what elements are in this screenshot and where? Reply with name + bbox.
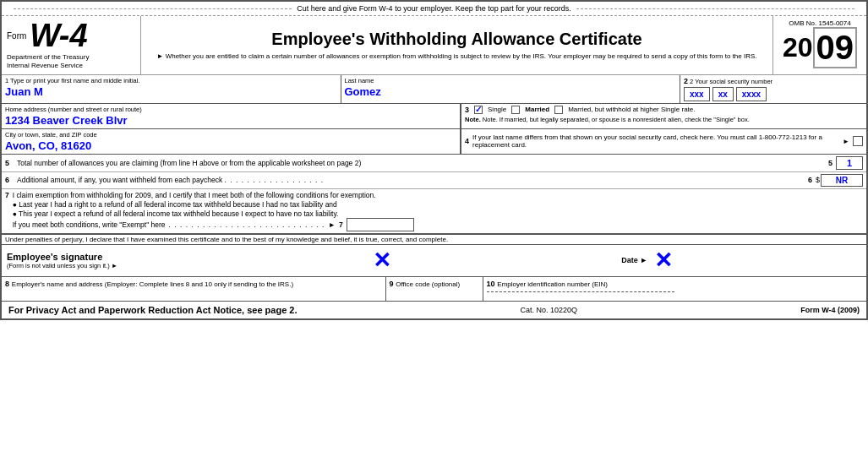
name-diff-num: 4 <box>465 137 469 145</box>
line7-bullet2: ● This year I expect a refund of all fed… <box>13 209 863 218</box>
address-label: Home address (number and street or rural… <box>5 106 456 113</box>
sig-x2: ✕ <box>654 248 673 274</box>
header-center: Employee's Withholding Allowance Certifi… <box>141 16 773 74</box>
sig-sub: (Form is not valid unless you sign it.) … <box>7 262 142 269</box>
sig-date-section: Date ► ✕ <box>621 248 861 274</box>
row-address: Home address (number and street or rural… <box>2 104 866 129</box>
sig-arrow: ► <box>112 262 117 269</box>
office-num: 9 <box>390 280 394 288</box>
cut-line-right <box>576 8 854 9</box>
line5-num: 5 <box>5 159 17 167</box>
line5-value: 1 <box>847 158 852 168</box>
field-first-name: 1 Type or print your first name and midd… <box>2 75 341 103</box>
row-city: City or town, state, and ZIP code Avon, … <box>2 129 866 155</box>
filing-note-text: Note. If married, but legally separated,… <box>483 116 750 123</box>
line5-value-box: 1 <box>836 156 863 170</box>
line7-exempt-row: If you meet both conditions, write "Exem… <box>13 218 863 231</box>
header: Form W-4 Department of the Treasury Inte… <box>2 16 866 75</box>
line6-row: 6 Additional amount, if any, you want wi… <box>2 172 866 189</box>
form-title: Employee's Withholding Allowance Certifi… <box>150 30 764 49</box>
year-prefix: 20 <box>783 32 813 63</box>
first-name-value: Juan M <box>5 85 337 98</box>
filing-checkbox-single[interactable] <box>474 106 483 114</box>
line6-dots: . . . . . . . . . . . . . . . . . . <box>225 176 325 184</box>
year-suffix: 09 <box>813 27 858 68</box>
ssn-part1: xxx <box>684 87 710 101</box>
line7-content: I claim exemption from withholding for 2… <box>13 191 863 231</box>
omb-box: OMB No. 1545-0074 2009 <box>773 16 866 74</box>
line7-section: 7 I claim exemption from withholding for… <box>2 189 866 234</box>
filing-married-higher-label: Married, but withhold at higher Single r… <box>568 106 695 113</box>
line7-bullet1: ● Last year I had a right to a refund of… <box>13 200 863 209</box>
ein-num: 10 <box>487 280 495 288</box>
filing-checkbox-married[interactable] <box>511 106 520 114</box>
subtitle-arrow: ► <box>156 52 163 60</box>
name-diff-checkbox[interactable] <box>853 136 863 146</box>
signature-section: Employee's signature (Form is not valid … <box>2 245 866 277</box>
line6-num: 6 <box>5 176 17 184</box>
field-filing-status: 3 Single Married Married, but withhold a… <box>461 104 866 128</box>
ssn-part2: xx <box>712 87 734 101</box>
field-city: City or town, state, and ZIP code Avon, … <box>2 129 461 154</box>
line5-row: 5 Total number of allowances you are cla… <box>2 155 866 172</box>
form-w4: Form W-4 <box>7 19 135 52</box>
ssn-row: xxx xx xxxx <box>684 87 863 101</box>
line7-num-label: 7 <box>5 191 9 231</box>
name-diff-text: If your last name differs from that show… <box>472 133 839 149</box>
penalty-text: Under penalties of perjury, I declare th… <box>2 234 866 245</box>
penalty-text-content: Under penalties of perjury, I declare th… <box>5 236 448 243</box>
field-name-diff: 4 If your last name differs from that sh… <box>461 129 866 154</box>
row-employer: 8 Employer's name and address (Employer:… <box>2 277 866 302</box>
footer-cat: Cat. No. 10220Q <box>521 306 578 314</box>
dept-text: Department of the Treasury Internal Reve… <box>7 53 135 71</box>
line7-value-box <box>347 218 414 231</box>
ein-label: Employer identification number (EIN) <box>497 280 608 288</box>
cut-bar-text: Cut here and give Form W-4 to your emplo… <box>297 4 571 13</box>
last-name-value: Gomez <box>345 85 677 98</box>
line7-text2: If you meet both conditions, write "Exem… <box>13 220 166 229</box>
form-subtitle: ► Whether you are entitled to claim a ce… <box>150 52 764 61</box>
ssn-part3: xxxx <box>736 87 767 101</box>
first-name-label: 1 Type or print your first name and midd… <box>5 77 337 84</box>
omb-text: OMB No. 1545-0074 <box>778 19 861 27</box>
ssn-label: 2 2 Your social security number <box>684 77 863 85</box>
field-employer: 8 Employer's name and address (Employer:… <box>2 277 386 301</box>
city-label: City or town, state, and ZIP code <box>5 131 456 139</box>
line6-dollar: $ <box>816 176 820 184</box>
filing-single-label: Single <box>488 106 506 113</box>
footer-form-label: Form W-4 (2009) <box>800 306 860 314</box>
year-display: 2009 <box>778 27 861 68</box>
ssn-label-text: 2 Your social security number <box>690 78 772 85</box>
field-office: 9 Office code (optional) <box>386 277 483 301</box>
form-name-big: W-4 <box>30 19 87 52</box>
sig-left: Employee's signature (Form is not valid … <box>7 252 142 269</box>
filing-married-label: Married <box>525 106 549 113</box>
sig-x1: ✕ <box>142 248 621 274</box>
subtitle-text: Whether you are entitled to claim a cert… <box>166 52 757 60</box>
last-name-label: Last name <box>345 77 677 84</box>
line5-label-box: 5 <box>828 159 833 167</box>
field-address: Home address (number and street or rural… <box>2 104 461 128</box>
line5-text: Total number of allowances you are claim… <box>17 159 825 167</box>
dept-line2: Internal Revenue Service <box>7 62 135 70</box>
line7-num-box-label: 7 <box>339 220 343 229</box>
line7-main: 7 I claim exemption from withholding for… <box>5 191 863 231</box>
line7-arrow: ► <box>328 220 335 229</box>
office-label: Office code (optional) <box>396 280 460 288</box>
footer: For Privacy Act and Paperwork Reduction … <box>2 302 866 318</box>
field-ein: 10 Employer identification number (EIN) <box>483 277 867 301</box>
footer-privacy: For Privacy Act and Paperwork Reduction … <box>8 305 298 315</box>
line6-value-box: NR <box>821 174 863 187</box>
form-text: Form <box>7 31 26 41</box>
filing-note: Note. Note. If married, but legally sepa… <box>465 116 863 123</box>
filing-checkbox-married-higher[interactable] <box>554 106 563 114</box>
sig-title: Employee's signature <box>7 252 142 262</box>
dept-line1: Department of the Treasury <box>7 53 135 62</box>
field-last-name: Last name Gomez <box>341 75 681 103</box>
city-value: Avon, CO, 81620 <box>5 139 456 152</box>
filing-status-row: 3 Single Married Married, but withhold a… <box>465 106 863 114</box>
line7-text1: I claim exemption from withholding for 2… <box>13 191 863 199</box>
line6-text: Additional amount, if any, you want with… <box>17 176 805 184</box>
line7-dots: . . . . . . . . . . . . . . . . . . . . … <box>169 220 325 229</box>
sig-sub-text: (Form is not valid unless you sign it.) <box>7 262 110 269</box>
